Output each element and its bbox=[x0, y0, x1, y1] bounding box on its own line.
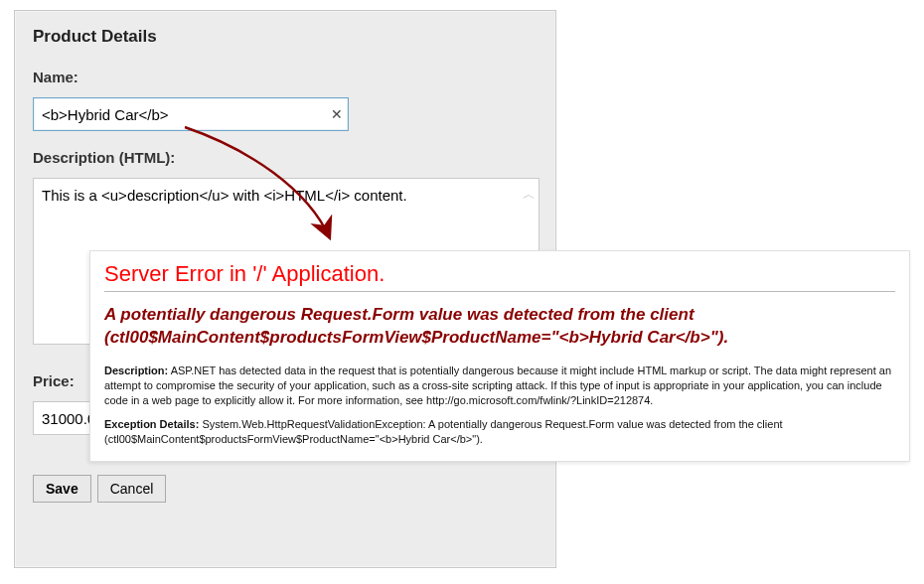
error-description-text: ASP.NET has detected data in the request… bbox=[104, 365, 891, 406]
error-exception-text: System.Web.HttpRequestValidationExceptio… bbox=[104, 418, 783, 445]
name-label: Name: bbox=[33, 69, 538, 85]
error-description-label: Description: bbox=[104, 365, 168, 376]
error-exception-label: Exception Details: bbox=[104, 418, 199, 430]
cancel-button[interactable]: Cancel bbox=[97, 475, 167, 503]
description-label: Description (HTML): bbox=[33, 149, 538, 166]
name-input[interactable] bbox=[33, 97, 349, 131]
clear-name-icon[interactable]: ✕ bbox=[331, 106, 343, 122]
error-exception: Exception Details: System.Web.HttpReques… bbox=[104, 417, 895, 447]
server-error-panel: Server Error in '/' Application. A poten… bbox=[89, 250, 910, 462]
error-subheading: A potentially dangerous Request.Form val… bbox=[104, 304, 895, 350]
error-heading: Server Error in '/' Application. bbox=[104, 261, 895, 287]
error-divider bbox=[104, 291, 895, 292]
save-button[interactable]: Save bbox=[33, 475, 91, 503]
button-row: Save Cancel bbox=[33, 475, 538, 503]
panel-title: Product Details bbox=[33, 27, 538, 47]
name-input-wrap: ✕ bbox=[33, 97, 349, 131]
error-description: Description: ASP.NET has detected data i… bbox=[104, 364, 895, 408]
